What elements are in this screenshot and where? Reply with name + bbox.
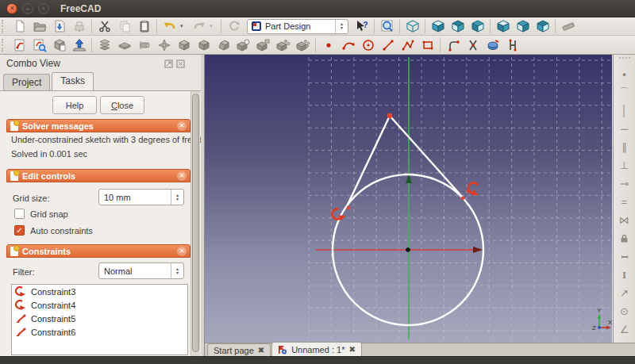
refresh-button[interactable] bbox=[224, 18, 244, 35]
print-button[interactable] bbox=[69, 18, 89, 35]
redo-button[interactable] bbox=[189, 18, 209, 35]
collapse-section-icon[interactable]: ✕ bbox=[177, 121, 187, 131]
chamfer-feature-button[interactable] bbox=[194, 36, 214, 53]
solver-messages-header[interactable]: Solver messages ✕ bbox=[6, 119, 190, 132]
cut-button[interactable] bbox=[94, 18, 114, 35]
undo-button[interactable] bbox=[160, 18, 179, 35]
edit-sketch-button[interactable] bbox=[29, 36, 49, 53]
groove-button[interactable] bbox=[154, 36, 174, 53]
list-item-constraint3[interactable]: Constraint3 bbox=[12, 285, 187, 298]
create-polyline-button[interactable] bbox=[398, 36, 418, 53]
help-button[interactable]: Help bbox=[52, 96, 97, 114]
constrain-parallel-button[interactable]: ∥ bbox=[616, 138, 633, 156]
map-sketch-button[interactable] bbox=[69, 36, 89, 53]
list-item-constraint5[interactable]: Constraint5 bbox=[12, 312, 187, 325]
close-tab-icon[interactable]: ✖ bbox=[258, 346, 264, 354]
3d-viewport[interactable]: YXZ bbox=[205, 55, 612, 343]
linear-pattern-button[interactable] bbox=[253, 36, 273, 53]
window-close-button[interactable]: ✕ bbox=[6, 3, 17, 14]
create-fillet-button[interactable] bbox=[443, 36, 463, 53]
sketch-canvas[interactable]: YXZ bbox=[205, 55, 612, 343]
view-right-button[interactable] bbox=[468, 18, 487, 35]
undo-dropdown[interactable]: ▾ bbox=[179, 18, 189, 35]
constraint-filter-spinner[interactable]: ▴▾ bbox=[171, 263, 183, 278]
constrain-lock-button[interactable] bbox=[616, 229, 633, 247]
workbench-selector[interactable]: Part Design ▴▾ bbox=[247, 19, 348, 34]
paste-button[interactable] bbox=[134, 18, 154, 35]
whats-this-button[interactable]: ? bbox=[352, 18, 371, 35]
tab-start-page[interactable]: Start page ✖ bbox=[207, 343, 271, 356]
view-bottom-button[interactable] bbox=[513, 18, 533, 35]
constraints-header[interactable]: Constraints ✕ bbox=[6, 244, 190, 258]
constrain-equal-button[interactable]: = bbox=[616, 193, 633, 211]
create-circle-button[interactable] bbox=[358, 36, 378, 53]
panel-scrollbar[interactable] bbox=[190, 91, 200, 356]
close-panel-icon[interactable] bbox=[176, 59, 185, 68]
toolbar-drag-handle[interactable] bbox=[2, 39, 7, 52]
new-document-button[interactable] bbox=[10, 18, 29, 35]
redo-dropdown[interactable]: ▾ bbox=[209, 18, 218, 35]
toggle-construction-button[interactable] bbox=[502, 36, 522, 53]
toolbar-drag-handle[interactable] bbox=[2, 20, 7, 33]
external-geometry-button[interactable] bbox=[483, 36, 502, 53]
revolution-button[interactable] bbox=[134, 36, 154, 53]
create-point-button[interactable] bbox=[318, 36, 338, 53]
edit-controls-header[interactable]: Edit controls ✕ bbox=[6, 169, 190, 182]
constrain-distance-button[interactable]: ↗ bbox=[616, 284, 633, 302]
fit-all-button[interactable] bbox=[377, 18, 397, 35]
constrain-horizontal-distance-button[interactable]: I bbox=[616, 247, 633, 266]
grid-snap-checkbox[interactable] bbox=[14, 209, 25, 219]
view-rear-button[interactable] bbox=[493, 18, 513, 35]
window-minimize-button[interactable]: – bbox=[22, 3, 33, 14]
collapse-section-icon[interactable]: ✕ bbox=[177, 171, 187, 181]
window-maximize-button[interactable]: ▫ bbox=[38, 3, 49, 14]
pad-button[interactable] bbox=[94, 36, 114, 53]
grid-size-spinner[interactable]: ▴▾ bbox=[171, 190, 183, 205]
constrain-symmetric-button[interactable]: ⋈ bbox=[616, 211, 633, 229]
multi-transform-button[interactable] bbox=[293, 36, 313, 53]
open-document-button[interactable] bbox=[29, 18, 49, 35]
constrain-point-on-object-button[interactable]: ⌒ bbox=[616, 83, 633, 102]
workbench-spinner[interactable]: ▴▾ bbox=[335, 20, 348, 33]
constrain-coincident-button[interactable]: ● bbox=[616, 65, 633, 83]
fillet-feature-button[interactable] bbox=[174, 36, 194, 53]
list-item-constraint4[interactable]: Constraint4 bbox=[12, 298, 187, 312]
close-tab-icon[interactable]: ✖ bbox=[348, 345, 355, 354]
create-line-button[interactable] bbox=[378, 36, 398, 53]
tab-tasks[interactable]: Tasks bbox=[52, 72, 94, 90]
constrain-horizontal-button[interactable]: ─ bbox=[616, 120, 633, 138]
auto-constraints-checkbox[interactable]: ✓ bbox=[14, 225, 25, 236]
constrain-vertical-distance-button[interactable]: I bbox=[616, 266, 633, 284]
trim-edge-button[interactable] bbox=[463, 36, 483, 53]
create-arc-button[interactable] bbox=[338, 36, 358, 53]
constrain-vertical-button[interactable]: │ bbox=[616, 102, 633, 120]
pocket-button[interactable] bbox=[114, 36, 134, 53]
create-rectangle-button[interactable] bbox=[418, 36, 437, 53]
save-document-button[interactable] bbox=[49, 18, 69, 35]
mirrored-button[interactable] bbox=[233, 36, 253, 53]
view-left-button[interactable] bbox=[533, 18, 552, 35]
view-front-button[interactable] bbox=[428, 18, 448, 35]
float-panel-icon[interactable] bbox=[164, 59, 173, 68]
panel-scrollbar-thumb[interactable] bbox=[192, 94, 199, 352]
constrain-radius-button[interactable]: ⊙ bbox=[616, 302, 633, 320]
constrain-perpendicular-button[interactable]: ⊥ bbox=[616, 156, 633, 174]
list-item-constraint6[interactable]: Constraint6 bbox=[12, 325, 187, 339]
close-task-button[interactable]: Close bbox=[100, 96, 144, 114]
draft-feature-button[interactable] bbox=[214, 36, 233, 53]
view-top-button[interactable] bbox=[448, 18, 468, 35]
constraint-filter-select[interactable]: Normal ▴▾ bbox=[98, 262, 184, 279]
grid-size-select[interactable]: 10 mm ▴▾ bbox=[98, 189, 184, 205]
polar-pattern-button[interactable] bbox=[273, 36, 293, 53]
measure-distance-button[interactable] bbox=[558, 18, 578, 35]
toolbar-drag-handle[interactable] bbox=[619, 57, 630, 62]
tab-unnamed-document[interactable]: Unnamed : 1* ✖ bbox=[271, 342, 362, 356]
constrain-tangent-button[interactable]: ⊸ bbox=[616, 174, 633, 193]
view-sketch-button[interactable] bbox=[49, 36, 69, 53]
constrain-angle-button[interactable]: ∠ bbox=[616, 320, 633, 339]
collapse-section-icon[interactable]: ✕ bbox=[177, 247, 187, 256]
view-axonometric-button[interactable] bbox=[402, 18, 422, 35]
new-sketch-button[interactable] bbox=[10, 36, 29, 53]
tab-project[interactable]: Project bbox=[3, 74, 50, 90]
copy-button[interactable] bbox=[114, 18, 134, 35]
